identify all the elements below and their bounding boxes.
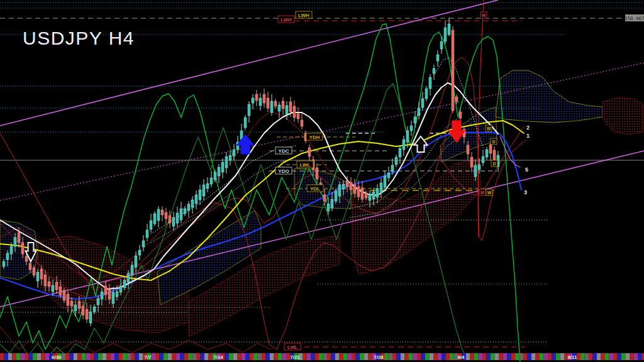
candle-body [59, 287, 62, 295]
strip-segment [397, 353, 401, 360]
strip-segment [98, 353, 103, 360]
price-tag-ydh: YDH [306, 133, 323, 140]
candle-body [335, 191, 337, 201]
strip-segment [311, 353, 315, 360]
candle-body [112, 292, 114, 304]
strip-segment [33, 353, 37, 360]
strip-segment [392, 353, 397, 360]
candle-body [391, 165, 394, 172]
strip-segment [597, 353, 601, 360]
candle-body [97, 299, 99, 305]
strip-segment [103, 353, 107, 360]
date-label: 7/7 [144, 354, 152, 360]
strip-segment [470, 353, 475, 360]
price-chart[interactable]: YDHYDCLWLYDOYDLLMLLWHLMHMMWWDD2153150.96… [0, 0, 644, 362]
price-tag-d: D [491, 160, 497, 167]
strip-segment [319, 353, 323, 360]
strip-segment [384, 353, 389, 360]
strip-segment [270, 353, 274, 360]
strip-segment [274, 353, 279, 360]
strip-segment [433, 353, 438, 360]
candle-body [248, 104, 250, 116]
strip-segment [507, 353, 511, 360]
candle-body [153, 214, 156, 224]
strip-segment [593, 353, 597, 360]
candle-body [218, 167, 220, 176]
strip-segment [209, 353, 213, 360]
date-label: 7/14 [213, 354, 223, 360]
price-tag-m-text: M [480, 190, 484, 195]
candle-body [123, 280, 126, 288]
target-number-3: 3 [524, 189, 527, 195]
candle-body [25, 256, 28, 261]
strip-segment [327, 353, 331, 360]
candle-body [353, 185, 356, 194]
price-tag-w: W [486, 189, 492, 195]
strip-segment [74, 353, 78, 360]
candle-body [289, 102, 292, 112]
strip-segment [401, 353, 405, 360]
strip-segment [531, 353, 536, 360]
strip-segment [519, 353, 524, 360]
strip-segment [430, 353, 434, 360]
price-tag-ydh-text: YDH [309, 134, 320, 140]
white-up-arrow[interactable] [414, 136, 428, 152]
strip-segment [491, 353, 495, 360]
candle-body [470, 157, 473, 167]
candle-body [116, 292, 118, 297]
candle-body [421, 99, 424, 107]
candle-body [429, 77, 431, 89]
candle-body [418, 108, 420, 116]
candle-body [267, 98, 269, 108]
strip-segment [323, 353, 328, 360]
strip-segment [552, 353, 557, 360]
strip-segment [515, 353, 519, 360]
strip-segment [389, 353, 393, 360]
price-tag-ydl-text: YDL [310, 186, 320, 192]
strip-segment [135, 353, 140, 360]
price-tag-lwl: LWL [297, 161, 313, 168]
candle-body [78, 301, 80, 309]
candle-body [184, 209, 186, 214]
strip-segment [307, 353, 311, 360]
candle-body [63, 290, 65, 300]
candle-body [357, 187, 360, 197]
candle-body [89, 312, 92, 323]
strip-segment [253, 353, 258, 360]
candle-body [225, 156, 228, 168]
candle-body [293, 106, 296, 118]
candle-body [384, 176, 386, 187]
candle-body [493, 150, 496, 160]
candle-body [161, 210, 164, 215]
candle-body [278, 105, 280, 111]
strip-segment [37, 353, 42, 360]
date-label: 7/28 [374, 354, 384, 360]
candle-body [29, 263, 31, 270]
strip-segment [618, 353, 622, 360]
candle-body [448, 24, 450, 35]
strip-segment [589, 353, 593, 360]
strip-segment [111, 353, 115, 360]
candle-body [180, 209, 182, 220]
date-label: 8/4 [457, 354, 465, 360]
strip-segment [184, 353, 189, 360]
candle-body [308, 148, 311, 156]
candle-body [195, 195, 197, 204]
candle-body [135, 256, 137, 267]
strip-segment [21, 353, 25, 360]
candle-body [3, 261, 5, 266]
strip-segment [421, 353, 426, 360]
candle-body [36, 272, 39, 281]
strip-segment [237, 353, 242, 360]
strip-segment [466, 353, 470, 360]
price-tag-w-text: W [487, 126, 491, 131]
candle-body [406, 131, 409, 142]
candle-body [486, 150, 488, 157]
candle-body [55, 282, 58, 290]
price-tag-lmh: LMH [278, 16, 294, 23]
strip-segment [168, 353, 172, 360]
price-tag-ydl: YDL [307, 185, 323, 192]
strip-segment [86, 353, 91, 360]
strip-segment [523, 353, 528, 360]
navy-cloud-right [496, 70, 602, 123]
